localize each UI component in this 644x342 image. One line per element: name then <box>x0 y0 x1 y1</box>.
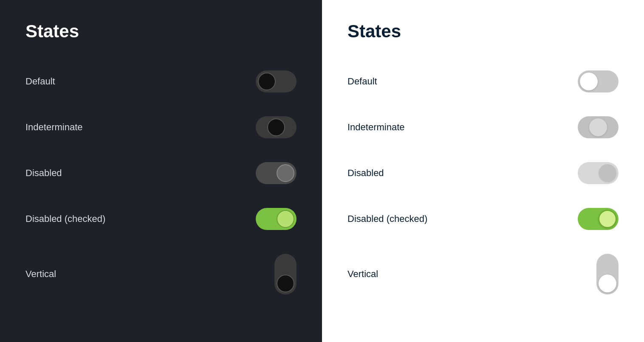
dark-default-row: Default <box>25 59 297 104</box>
dark-disabled-toggle-wrap <box>229 162 297 184</box>
light-vertical-toggle-wrap <box>551 254 619 294</box>
light-default-knob <box>580 73 598 90</box>
dark-disabled-label: Disabled <box>25 168 62 179</box>
dark-vertical-row: Vertical <box>25 242 297 306</box>
light-indeterminate-row: Indeterminate <box>347 104 619 150</box>
light-vertical-knob <box>599 275 616 292</box>
light-disabled-checked-label: Disabled (checked) <box>347 213 427 224</box>
dark-disabled-checked-toggle-wrap <box>229 208 297 230</box>
light-disabled-toggle <box>578 162 619 184</box>
dark-indeterminate-toggle[interactable] <box>256 116 297 138</box>
light-disabled-toggle-wrap <box>551 162 619 184</box>
dark-vertical-knob <box>277 275 294 292</box>
dark-disabled-checked-knob <box>277 210 294 228</box>
dark-disabled-checked-label: Disabled (checked) <box>25 213 105 224</box>
dark-default-toggle-wrap <box>229 70 297 93</box>
light-indeterminate-label: Indeterminate <box>347 122 405 133</box>
dark-vertical-toggle[interactable] <box>274 254 297 294</box>
dark-disabled-row: Disabled <box>25 150 297 196</box>
light-panel-title: States <box>347 21 619 42</box>
dark-disabled-toggle <box>256 162 297 184</box>
light-indeterminate-knob <box>589 118 607 136</box>
dark-indeterminate-knob <box>267 118 285 136</box>
light-disabled-checked-toggle-wrap <box>551 208 619 230</box>
light-indeterminate-toggle[interactable] <box>578 116 619 138</box>
light-disabled-row: Disabled <box>347 150 619 196</box>
light-disabled-label: Disabled <box>347 168 384 179</box>
dark-vertical-toggle-wrap <box>229 254 297 294</box>
light-disabled-checked-row: Disabled (checked) <box>347 196 619 242</box>
dark-vertical-label: Vertical <box>25 269 56 280</box>
dark-disabled-checked-row: Disabled (checked) <box>25 196 297 242</box>
dark-default-label: Default <box>25 76 55 87</box>
light-vertical-row: Vertical <box>347 242 619 306</box>
light-disabled-knob <box>599 164 616 182</box>
light-disabled-checked-toggle <box>578 208 619 230</box>
light-indeterminate-toggle-wrap <box>551 116 619 138</box>
light-default-toggle[interactable] <box>578 70 619 93</box>
dark-disabled-checked-toggle <box>256 208 297 230</box>
light-panel: States Default Indeterminate Disabled Di… <box>322 0 644 342</box>
dark-indeterminate-toggle-wrap <box>229 116 297 138</box>
dark-default-knob <box>258 73 276 90</box>
dark-panel: States Default Indeterminate Disabled Di… <box>0 0 322 342</box>
light-disabled-checked-knob <box>599 210 616 228</box>
light-default-row: Default <box>347 59 619 104</box>
dark-disabled-knob <box>277 164 294 182</box>
dark-panel-title: States <box>25 21 297 42</box>
dark-indeterminate-label: Indeterminate <box>25 122 83 133</box>
light-vertical-toggle[interactable] <box>596 254 619 294</box>
light-default-label: Default <box>347 76 377 87</box>
light-vertical-label: Vertical <box>347 269 378 280</box>
light-default-toggle-wrap <box>551 70 619 93</box>
dark-default-toggle[interactable] <box>256 70 297 93</box>
dark-indeterminate-row: Indeterminate <box>25 104 297 150</box>
